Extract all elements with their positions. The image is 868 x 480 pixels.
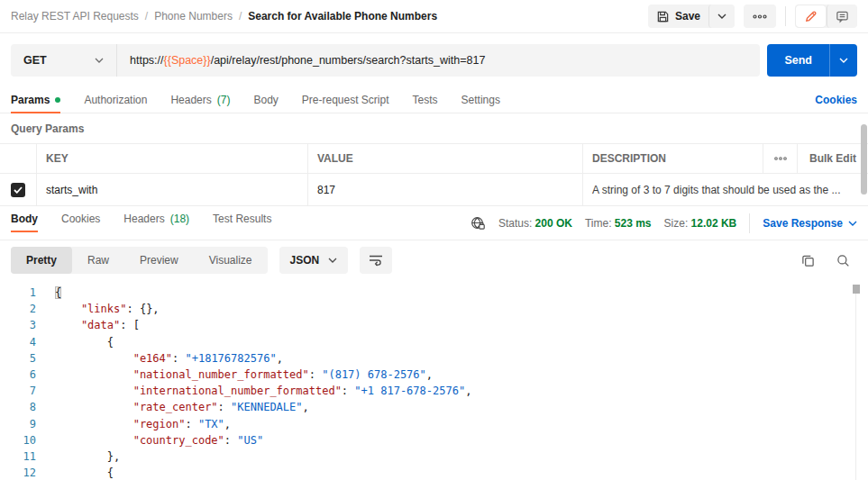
param-description-field[interactable]: A string of 3 to 7 digits that should be… xyxy=(582,174,868,205)
json-string-value: "US" xyxy=(237,434,263,447)
breadcrumb-item-phone-numbers[interactable]: Phone Numbers xyxy=(154,10,233,23)
response-tab-test-results[interactable]: Test Results xyxy=(213,206,271,231)
tab-count-badge: (7) xyxy=(217,94,231,106)
code-line-content: "national_number_formatted": "(817) 678-… xyxy=(55,367,433,383)
wrap-text-button[interactable] xyxy=(360,247,392,274)
params-table: KEY VALUE DESCRIPTION Bulk Edit starts_w… xyxy=(0,143,868,206)
tab-label: Test Results xyxy=(213,213,271,225)
code-line-content: "data": [ xyxy=(55,317,140,333)
line-number: 2 xyxy=(0,301,36,317)
view-tab-visualize[interactable]: Visualize xyxy=(194,247,268,274)
code-line: 9"region": "TX", xyxy=(0,416,868,432)
request-tab-body[interactable]: Body xyxy=(253,87,278,113)
view-tab-raw[interactable]: Raw xyxy=(72,247,124,274)
code-scrollbar-track[interactable] xyxy=(855,285,856,480)
code-line: 10"country_code": "US" xyxy=(0,432,868,448)
select-all-cell xyxy=(0,144,36,173)
response-tab-cookies[interactable]: Cookies xyxy=(61,206,100,231)
breadcrumb: Relay REST API Requests/Phone Numbers/Se… xyxy=(11,10,437,23)
column-header-description: DESCRIPTION xyxy=(582,144,763,173)
network-icon[interactable] xyxy=(471,216,486,231)
topbar-actions: Save xyxy=(648,5,857,28)
json-key: "region" xyxy=(133,418,186,430)
code-scrollbar-thumb[interactable] xyxy=(853,285,860,294)
param-key-field[interactable]: starts_with xyxy=(36,174,307,205)
line-number: 8 xyxy=(0,399,36,415)
query-params-section: Query Params KEY VALUE DESCRIPTION Bulk … xyxy=(0,113,868,206)
more-actions-button[interactable] xyxy=(744,5,776,28)
breadcrumb-item-search-for-available-phone-numbers: Search for Available Phone Numbers xyxy=(248,10,437,23)
status-value: 200 OK xyxy=(535,217,572,230)
cookies-link[interactable]: Cookies xyxy=(815,94,857,106)
search-icon xyxy=(836,254,850,267)
size-value: 12.02 KB xyxy=(691,217,737,230)
status-badge[interactable]: Status: 200 OK xyxy=(498,217,572,230)
line-number: 7 xyxy=(0,383,36,399)
code-line: 11}, xyxy=(0,448,868,465)
wrap-text-icon xyxy=(369,254,383,267)
params-table-header: KEY VALUE DESCRIPTION Bulk Edit xyxy=(0,144,868,174)
page-scrollbar-thumb[interactable] xyxy=(861,124,867,195)
save-button[interactable]: Save xyxy=(648,5,708,28)
view-tab-preview[interactable]: Preview xyxy=(124,247,194,274)
code-line-content: "country_code": "US" xyxy=(55,432,263,448)
json-punctuation: , xyxy=(303,401,309,413)
tab-label: Settings xyxy=(461,94,500,106)
copy-response-button[interactable] xyxy=(801,254,815,267)
json-punctuation: , xyxy=(426,368,433,381)
search-response-button[interactable] xyxy=(836,254,850,267)
time-value: 523 ms xyxy=(615,217,652,230)
save-options-button[interactable] xyxy=(708,5,735,28)
request-tab-params[interactable]: Params xyxy=(11,87,60,113)
code-line: 12{ xyxy=(0,465,868,480)
code-line: 3"data": [ xyxy=(0,317,868,333)
edit-button[interactable] xyxy=(796,5,826,27)
params-more-options-button[interactable] xyxy=(763,144,797,173)
comment-button[interactable] xyxy=(827,5,857,28)
response-body-code[interactable]: 1{2"links": {},3"data": [4{5"e164": "+18… xyxy=(0,280,868,480)
code-line: 7"international_number_formatted": "+1 8… xyxy=(0,383,868,399)
request-tab-pre-request-script[interactable]: Pre-request Script xyxy=(302,87,389,113)
chevron-down-icon xyxy=(848,221,857,226)
json-string-value: "+18176782576" xyxy=(185,352,276,365)
save-button-label: Save xyxy=(675,10,700,23)
code-line-content: "links": {}, xyxy=(55,301,160,317)
request-tab-authorization[interactable]: Authorization xyxy=(84,87,147,113)
line-number: 5 xyxy=(0,350,36,367)
send-button-group: Send xyxy=(767,44,857,77)
tab-label: Pre-request Script xyxy=(302,94,389,106)
breadcrumb-item-relay-rest-api-requests[interactable]: Relay REST API Requests xyxy=(11,10,139,23)
param-enabled-checkbox[interactable] xyxy=(11,183,25,197)
tab-label: Authorization xyxy=(84,94,147,106)
send-button[interactable]: Send xyxy=(767,44,829,77)
request-tabs-list: ParamsAuthorizationHeaders(7)BodyPre-req… xyxy=(11,87,500,113)
method-selector[interactable]: GET xyxy=(11,44,117,77)
view-tab-pretty[interactable]: Pretty xyxy=(11,247,72,274)
code-line: 4{ xyxy=(0,334,868,350)
request-tab-tests[interactable]: Tests xyxy=(413,87,438,113)
edit-comment-group xyxy=(795,5,857,28)
response-view-toolbar: PrettyRawPreviewVisualize JSON xyxy=(0,240,868,280)
response-toolbar-right xyxy=(801,254,857,267)
time-badge[interactable]: Time: 523 ms xyxy=(585,217,652,230)
line-number: 10 xyxy=(0,432,36,448)
response-tab-headers[interactable]: Headers(18) xyxy=(123,206,189,231)
size-badge[interactable]: Size: 12.02 KB xyxy=(664,217,737,230)
param-value-field[interactable]: 817 xyxy=(307,174,582,205)
request-tab-settings[interactable]: Settings xyxy=(461,87,500,113)
code-line: 5"e164": "+18176782576", xyxy=(0,350,868,367)
code-line-content: { xyxy=(55,465,114,480)
format-selector[interactable]: JSON xyxy=(279,247,349,274)
request-tab-headers[interactable]: Headers(7) xyxy=(170,87,230,113)
save-response-button[interactable]: Save Response xyxy=(763,217,857,230)
view-mode-switcher: PrettyRawPreviewVisualize xyxy=(11,247,268,274)
response-tab-body[interactable]: Body xyxy=(11,206,38,231)
line-number: 4 xyxy=(0,334,36,350)
response-tabs-list: BodyCookiesHeaders(18)Test Results xyxy=(11,206,271,240)
send-options-button[interactable] xyxy=(829,44,857,77)
json-punctuation: , xyxy=(465,385,471,397)
json-punctuation: }, xyxy=(107,450,120,463)
code-line: 6"national_number_formatted": "(817) 678… xyxy=(0,367,868,383)
bulk-edit-button[interactable]: Bulk Edit xyxy=(797,144,868,173)
url-input[interactable]: https://{{Space}}/api/relay/rest/phone_n… xyxy=(117,54,760,67)
